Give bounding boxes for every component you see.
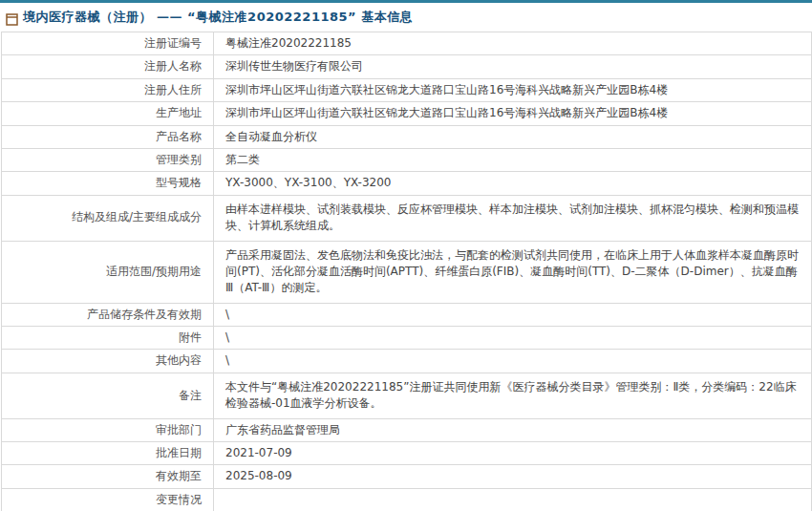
table-row: 其他内容 \	[2, 350, 812, 373]
row-value: \	[214, 303, 812, 326]
row-label: 注册人住所	[2, 78, 214, 101]
row-label: 适用范围/预期用途	[2, 241, 214, 303]
table-row: 管理类别 第二类	[2, 148, 812, 171]
row-label: 结构及组成/主要组成成分	[2, 195, 214, 241]
row-label: 产品储存条件及有效期	[2, 303, 214, 326]
row-label: 附件	[2, 327, 214, 350]
row-value: \	[214, 350, 812, 373]
page-title: 境内医疗器械（注册） —— “粤械注准20202221185” 基本信息	[23, 9, 413, 26]
table-row: 审批部门 广东省药品监督管理局	[2, 418, 812, 441]
row-label: 生产地址	[2, 102, 214, 125]
row-value: 广东省药品监督管理局	[214, 418, 812, 441]
row-label: 其他内容	[2, 350, 214, 373]
row-value: 产品采用凝固法、发色底物法和免疫比浊法，与配套的检测试剂共同使用，在临床上用于人…	[214, 241, 812, 303]
table-row: 注册人住所 深圳市坪山区坪山街道六联社区锦龙大道路口宝山路16号海科兴战略新兴产…	[2, 78, 812, 101]
row-value	[214, 488, 812, 511]
row-value: 粤械注准20202221185	[214, 32, 812, 55]
row-label: 有效期至	[2, 465, 214, 488]
table-row: 批准日期 2021-07-09	[2, 442, 812, 465]
row-label: 审批部门	[2, 418, 214, 441]
row-value: 本文件与“粤械注准20202221185”注册证共同使用新《医疗器械分类目录》管…	[214, 373, 812, 418]
row-value: \	[214, 327, 812, 350]
table-row: 有效期至 2025-08-09	[2, 465, 812, 488]
registration-info-table: 注册证编号 粤械注准20202221185 注册人名称 深圳传世生物医疗有限公司…	[1, 32, 812, 511]
table-row: 结构及组成/主要组成成分 由样本进样模块、试剂装载模块、反应杯管理模块、样本加注…	[2, 195, 812, 241]
row-label: 备注	[2, 373, 214, 418]
table-row: 适用范围/预期用途 产品采用凝固法、发色底物法和免疫比浊法，与配套的检测试剂共同…	[2, 241, 812, 303]
row-label: 批准日期	[2, 442, 214, 465]
table-row: 生产地址 深圳市坪山区坪山街道六联社区锦龙大道路口宝山路16号海科兴战略新兴产业…	[2, 102, 812, 125]
table-row: 产品储存条件及有效期 \	[2, 303, 812, 326]
row-label: 型号规格	[2, 172, 214, 195]
row-value: 第二类	[214, 148, 812, 171]
row-value: 2025-08-09	[214, 465, 812, 488]
row-value: YX-3000、YX-3100、YX-3200	[214, 172, 812, 195]
table-row: 型号规格 YX-3000、YX-3100、YX-3200	[2, 172, 812, 195]
row-label: 注册证编号	[2, 32, 214, 55]
table-row: 备注 本文件与“粤械注准20202221185”注册证共同使用新《医疗器械分类目…	[2, 373, 812, 418]
row-value: 深圳传世生物医疗有限公司	[214, 55, 812, 78]
row-label: 管理类别	[2, 148, 214, 171]
row-value: 2021-07-09	[214, 442, 812, 465]
document-icon	[6, 11, 18, 24]
table-row: 附件 \	[2, 327, 812, 350]
row-value: 全自动凝血分析仪	[214, 125, 812, 148]
row-label: 变更情况	[2, 488, 214, 511]
table-row: 注册人名称 深圳传世生物医疗有限公司	[2, 55, 812, 78]
table-row: 注册证编号 粤械注准20202221185	[2, 32, 812, 55]
row-label: 注册人名称	[2, 55, 214, 78]
row-value: 深圳市坪山区坪山街道六联社区锦龙大道路口宝山路16号海科兴战略新兴产业园B栋4楼	[214, 102, 812, 125]
title-bar: 境内医疗器械（注册） —— “粤械注准20202221185” 基本信息	[0, 3, 812, 32]
row-value: 深圳市坪山区坪山街道六联社区锦龙大道路口宝山路16号海科兴战略新兴产业园B栋4楼	[214, 78, 812, 101]
row-value: 由样本进样模块、试剂装载模块、反应杯管理模块、样本加注模块、试剂加注模块、抓杯混…	[214, 195, 812, 241]
row-label: 产品名称	[2, 125, 214, 148]
table-row: 产品名称 全自动凝血分析仪	[2, 125, 812, 148]
table-row: 变更情况	[2, 488, 812, 511]
